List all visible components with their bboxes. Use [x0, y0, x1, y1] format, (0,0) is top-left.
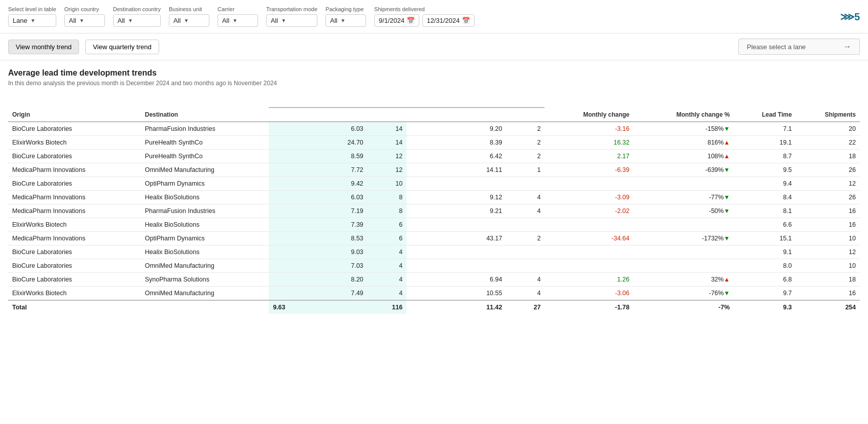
select-level-dropdown[interactable]: Lane ▼ [8, 14, 56, 27]
business-unit-label: Business unit [169, 6, 209, 12]
table-row[interactable]: MedicaPharm Innovations OmniMed Manufact… [8, 163, 860, 177]
total-monthly-change-pct: -7% [633, 300, 734, 314]
shipments-cell: 16 [796, 287, 860, 301]
lead-time-dec-cell: 8.59 [269, 150, 367, 163]
monthly-change-pct-cell [633, 177, 734, 191]
lead-time-nov-cell: 43.17 [407, 232, 507, 245]
destination-cell: Healix BioSolutions [141, 245, 269, 259]
shipments-dec-cell: 6 [368, 232, 407, 245]
shipments-cell: 22 [796, 136, 860, 150]
total-lead-time-nov: 11.42 [407, 300, 507, 314]
date-range-filter: Shipments delivered 9/1/2024 📅 12/31/202… [374, 6, 475, 27]
monthly-change-pct-cell: -50%▼ [633, 204, 734, 218]
chevron-down-icon: ▼ [281, 18, 286, 23]
chevron-down-icon: ▼ [341, 18, 346, 23]
arrow-right-icon: → [843, 42, 851, 51]
table-row[interactable]: BioCure Laboratories OmniMed Manufacturi… [8, 259, 860, 273]
table-row[interactable]: BioCure Laboratories SynoPharma Solution… [8, 273, 860, 287]
main-content: Average lead time development trends In … [0, 60, 868, 322]
destination-cell: OmniMed Manufacturing [141, 287, 269, 301]
date-to-input[interactable]: 12/31/2024 📅 [422, 14, 475, 27]
table-row[interactable]: ElixirWorks Biotech Healix BioSolutions … [8, 218, 860, 232]
monthly-change-cell: 2.17 [545, 150, 633, 163]
table-row[interactable]: ElixirWorks Biotech OmniMed Manufacturin… [8, 287, 860, 301]
data-table-container[interactable]: Origin Destination Lead Time December 20… [8, 94, 860, 314]
lead-time-dec-cell: 7.49 [269, 287, 367, 301]
table-row[interactable]: BioCure Laboratories PharmaFusion Indust… [8, 122, 860, 136]
shipments-dec-val-header [368, 108, 407, 122]
destination-country-dropdown[interactable]: All ▼ [113, 14, 161, 27]
shipments-dec-sub-header: Shipments ▼ [269, 108, 367, 122]
lead-time-cell: 8.7 [734, 150, 796, 163]
transport-mode-dropdown[interactable]: All ▼ [266, 14, 317, 27]
business-unit-dropdown[interactable]: All ▼ [169, 14, 209, 27]
shipments-nov-cell [506, 245, 545, 259]
lead-time-nov-header: Lead Time November 2024 [407, 94, 545, 108]
table-row[interactable]: MedicaPharm Innovations Healix BioSoluti… [8, 191, 860, 204]
destination-cell: PharmaFusion Industries [141, 122, 269, 136]
shipments-cell: 18 [796, 273, 860, 287]
table-row[interactable]: MedicaPharm Innovations OptiPharm Dynami… [8, 232, 860, 245]
lead-time-dec-header: Lead Time December 2024 [269, 94, 407, 108]
business-unit-value: All [173, 17, 180, 24]
lane-select-button[interactable]: Please select a lane → [738, 39, 860, 55]
origin-cell: BioCure Laboratories [8, 122, 141, 136]
destination-country-value: All [118, 17, 125, 24]
up-arrow-icon: ▲ [724, 139, 730, 146]
shipments-cell: 26 [796, 191, 860, 204]
table-row[interactable]: BioCure Laboratories OptiPharm Dynamics … [8, 177, 860, 191]
packaging-type-dropdown[interactable]: All ▼ [326, 14, 366, 27]
monthly-change-cell [545, 245, 633, 259]
chevron-down-icon: ▼ [30, 18, 35, 23]
total-lead-time-dec: 9.63 [269, 300, 367, 314]
destination-country-filter: Destination country All ▼ [113, 6, 161, 27]
total-lead-time: 9.3 [734, 300, 796, 314]
transport-mode-filter: Transportation mode All ▼ [266, 6, 317, 27]
date-from-input[interactable]: 9/1/2024 📅 [374, 14, 419, 27]
lead-time-cell: 6.8 [734, 273, 796, 287]
destination-header: Destination [141, 94, 269, 122]
origin-cell: BioCure Laboratories [8, 245, 141, 259]
table-row[interactable]: BioCure Laboratories PureHealth SynthCo … [8, 150, 860, 163]
lead-time-cell: 8.0 [734, 259, 796, 273]
monthly-change-pct-cell: 32%▲ [633, 273, 734, 287]
total-label: Total [8, 300, 269, 314]
lead-time-nov-cell: 6.42 [407, 150, 507, 163]
lead-time-dec-cell: 6.03 [269, 191, 367, 204]
total-shipments: 254 [796, 300, 860, 314]
total-shipments-nov: 27 [506, 300, 545, 314]
lead-time-cell: 9.7 [734, 287, 796, 301]
up-arrow-icon: ▲ [724, 153, 730, 160]
date-inputs: 9/1/2024 📅 12/31/2024 📅 [374, 14, 475, 27]
origin-country-value: All [69, 17, 76, 24]
lead-time-nov-cell [407, 218, 507, 232]
lead-time-nov-cell: 9.20 [407, 122, 507, 136]
table-row[interactable]: ElixirWorks Biotech PureHealth SynthCo 2… [8, 136, 860, 150]
shipments-nov-cell [506, 259, 545, 273]
monthly-change-cell [545, 259, 633, 273]
carrier-dropdown[interactable]: All ▼ [218, 14, 258, 27]
date-to-value: 12/31/2024 [427, 17, 460, 24]
lead-time-dec-cell: 24.70 [269, 136, 367, 150]
lead-time-nov-cell: 8.39 [407, 136, 507, 150]
shipments-cell: 18 [796, 150, 860, 163]
shipments-dec-cell: 4 [368, 245, 407, 259]
origin-cell: MedicaPharm Innovations [8, 232, 141, 245]
lead-time-dec-cell: 7.39 [269, 218, 367, 232]
monthly-change-cell: -3.06 [545, 287, 633, 301]
lead-time-dec-cell: 6.03 [269, 122, 367, 136]
table-row[interactable]: MedicaPharm Innovations PharmaFusion Ind… [8, 204, 860, 218]
table-row[interactable]: BioCure Laboratories Healix BioSolutions… [8, 245, 860, 259]
view-monthly-trend-button[interactable]: View monthly trend [8, 40, 79, 54]
origin-country-label: Origin country [64, 6, 105, 12]
lead-time-cell: 19.1 [734, 136, 796, 150]
down-arrow-icon: ▼ [724, 125, 730, 132]
origin-country-dropdown[interactable]: All ▼ [64, 14, 105, 27]
shipments-cell: 20 [796, 122, 860, 136]
view-quarterly-trend-button[interactable]: View quarterly trend [85, 40, 159, 54]
shipments-nov-cell [506, 177, 545, 191]
please-select-lane-label: Please select a lane [747, 43, 806, 51]
destination-country-label: Destination country [113, 6, 161, 12]
shipments-cell: 16 [796, 204, 860, 218]
total-row: Total 9.63 116 11.42 27 -1.78 -7% 9.3 25… [8, 300, 860, 314]
